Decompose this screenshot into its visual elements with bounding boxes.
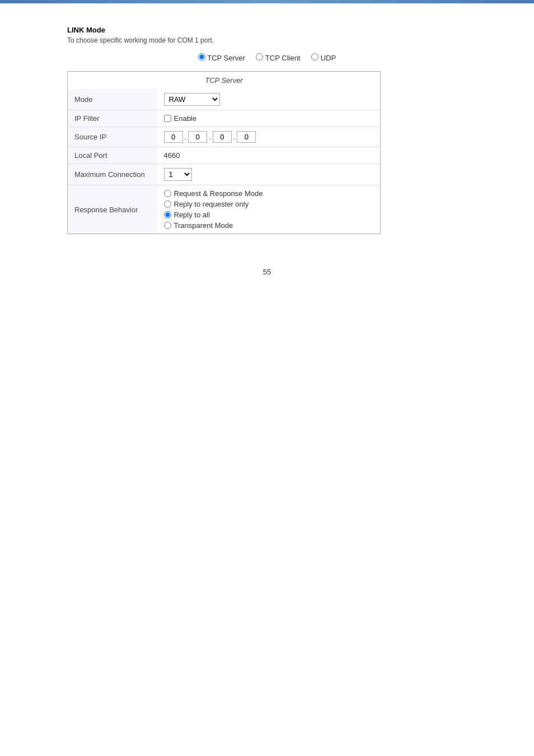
source-ip-cell: . . .: [157, 127, 381, 147]
ip-dot-2: .: [208, 133, 212, 141]
local-port-row: Local Port 4660: [68, 147, 381, 164]
source-ip-field-group: . . .: [164, 131, 374, 143]
mode-cell: RAW Modbus Custom: [157, 89, 381, 110]
ip-filter-checkbox[interactable]: [164, 115, 171, 122]
transparent-mode-label[interactable]: Transparent Mode: [164, 221, 374, 230]
mode-row: Mode RAW Modbus Custom: [68, 89, 381, 110]
tcp-client-radio[interactable]: [256, 53, 263, 60]
max-connection-row: Maximum Connection 1 2 3 4: [68, 164, 381, 185]
response-behavior-label: Response Behavior: [68, 185, 157, 234]
reply-requester-text: Reply to requester only: [174, 200, 249, 208]
response-behavior-row: Response Behavior Request & Response Mod…: [68, 185, 381, 234]
page-number: 55: [67, 268, 467, 276]
response-behavior-cell: Request & Response Mode Reply to request…: [157, 185, 381, 234]
source-ip-octet-3[interactable]: [213, 131, 232, 143]
ip-filter-cell: Enable: [157, 110, 381, 127]
reply-requester-label[interactable]: Reply to requester only: [164, 200, 374, 208]
transparent-radio[interactable]: [164, 222, 171, 229]
tcp-server-table-header: TCP Server: [68, 72, 381, 90]
request-response-mode-label[interactable]: Request & Response Mode: [164, 189, 374, 198]
source-ip-row: Source IP . . .: [68, 127, 381, 147]
max-connection-label: Maximum Connection: [68, 164, 157, 185]
tcp-client-radio-label[interactable]: TCP Client: [256, 54, 302, 62]
request-response-text: Request & Response Mode: [174, 189, 263, 198]
ip-dot-1: .: [184, 133, 188, 141]
section-description: To choose specific working mode for COM …: [67, 36, 467, 44]
ip-dot-3: .: [233, 133, 236, 141]
source-ip-label: Source IP: [68, 127, 157, 147]
transparent-mode-text: Transparent Mode: [174, 221, 233, 230]
max-connection-cell: 1 2 3 4: [157, 164, 381, 185]
local-port-label: Local Port: [68, 147, 157, 164]
udp-radio[interactable]: [311, 53, 318, 60]
reply-requester-radio[interactable]: [164, 200, 171, 208]
page-content: LINK Mode To choose specific working mod…: [0, 3, 534, 298]
reply-all-radio[interactable]: [164, 211, 171, 218]
mode-label: Mode: [68, 89, 157, 110]
tcp-server-radio-label[interactable]: TCP Server: [198, 54, 247, 62]
max-connection-select[interactable]: 1 2 3 4: [164, 168, 192, 181]
tcp-server-radio[interactable]: [198, 53, 205, 60]
udp-radio-label[interactable]: UDP: [311, 54, 336, 62]
ip-filter-row: IP Filter Enable: [68, 110, 381, 127]
local-port-cell: 4660: [157, 147, 381, 164]
ip-filter-checkbox-label[interactable]: Enable: [164, 114, 374, 123]
reply-all-label[interactable]: Reply to all: [164, 211, 374, 219]
link-mode-selector: TCP Server TCP Client UDP: [67, 53, 467, 62]
mode-select[interactable]: RAW Modbus Custom: [164, 93, 220, 106]
source-ip-octet-4[interactable]: [237, 131, 256, 143]
source-ip-octet-2[interactable]: [188, 131, 207, 143]
ip-filter-enable-text: Enable: [174, 114, 196, 123]
tcp-server-table: TCP Server Mode RAW Modbus Custom IP Fil…: [67, 71, 381, 234]
request-response-radio[interactable]: [164, 190, 171, 197]
ip-filter-label: IP Filter: [68, 110, 157, 127]
local-port-value: 4660: [164, 151, 180, 160]
response-behavior-options: Request & Response Mode Reply to request…: [164, 189, 374, 230]
source-ip-octet-1[interactable]: [164, 131, 183, 143]
section-title: LINK Mode: [67, 26, 467, 34]
reply-all-text: Reply to all: [174, 211, 210, 219]
